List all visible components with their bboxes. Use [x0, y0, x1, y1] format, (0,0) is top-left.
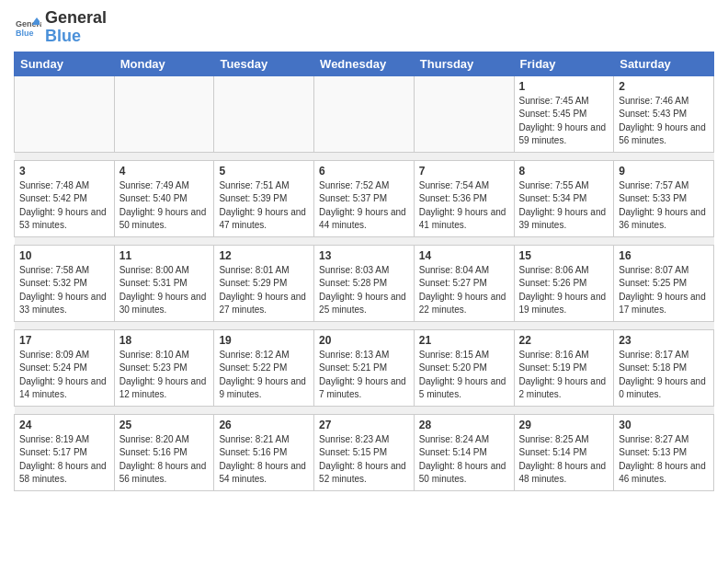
day-info: Sunrise: 8:09 AM Sunset: 5:24 PM Dayligh…	[19, 349, 109, 402]
week-spacer	[15, 406, 714, 414]
day-number: 24	[19, 419, 109, 431]
calendar-cell: 26Sunrise: 8:21 AM Sunset: 5:16 PM Dayli…	[214, 414, 314, 490]
day-number: 6	[319, 165, 409, 178]
day-info: Sunrise: 8:17 AM Sunset: 5:18 PM Dayligh…	[619, 349, 709, 402]
calendar-cell: 1Sunrise: 7:45 AM Sunset: 5:45 PM Daylig…	[514, 75, 614, 152]
calendar-cell: 18Sunrise: 8:10 AM Sunset: 5:23 PM Dayli…	[114, 329, 214, 406]
day-number: 22	[519, 334, 609, 347]
day-number: 14	[419, 249, 509, 262]
weekday-header-tuesday: Tuesday	[214, 52, 314, 75]
day-number: 11	[119, 249, 210, 262]
calendar-cell: 5Sunrise: 7:51 AM Sunset: 5:39 PM Daylig…	[214, 160, 314, 236]
logo: General Blue General Blue	[14, 9, 107, 46]
day-info: Sunrise: 8:21 AM Sunset: 5:16 PM Dayligh…	[219, 433, 309, 487]
day-info: Sunrise: 8:24 AM Sunset: 5:14 PM Dayligh…	[419, 433, 509, 487]
day-number: 5	[219, 165, 309, 178]
week-row-0: 1Sunrise: 7:45 AM Sunset: 5:45 PM Daylig…	[15, 75, 714, 152]
day-info: Sunrise: 7:52 AM Sunset: 5:37 PM Dayligh…	[319, 179, 409, 233]
calendar-cell: 11Sunrise: 8:00 AM Sunset: 5:31 PM Dayli…	[114, 245, 214, 321]
svg-text:Blue: Blue	[16, 29, 34, 38]
weekday-header-saturday: Saturday	[614, 52, 714, 75]
day-number: 29	[519, 419, 609, 431]
week-spacer	[15, 236, 714, 245]
day-number: 25	[119, 419, 210, 431]
day-info: Sunrise: 8:03 AM Sunset: 5:28 PM Dayligh…	[319, 264, 409, 317]
day-info: Sunrise: 8:13 AM Sunset: 5:21 PM Dayligh…	[319, 349, 409, 402]
calendar-table: SundayMondayTuesdayWednesdayThursdayFrid…	[14, 52, 714, 491]
day-info: Sunrise: 7:58 AM Sunset: 5:32 PM Dayligh…	[19, 264, 109, 317]
calendar-cell: 12Sunrise: 8:01 AM Sunset: 5:29 PM Dayli…	[214, 245, 314, 321]
day-info: Sunrise: 7:51 AM Sunset: 5:39 PM Dayligh…	[219, 179, 309, 233]
day-info: Sunrise: 7:55 AM Sunset: 5:34 PM Dayligh…	[519, 179, 609, 233]
day-number: 26	[219, 419, 309, 431]
calendar-cell: 9Sunrise: 7:57 AM Sunset: 5:33 PM Daylig…	[614, 160, 714, 236]
day-number: 7	[419, 165, 509, 178]
day-number: 10	[19, 249, 109, 262]
calendar-cell: 16Sunrise: 8:07 AM Sunset: 5:25 PM Dayli…	[614, 245, 714, 321]
day-info: Sunrise: 8:15 AM Sunset: 5:20 PM Dayligh…	[419, 349, 509, 402]
day-number: 9	[619, 165, 709, 178]
weekday-header-wednesday: Wednesday	[314, 52, 415, 75]
calendar-cell: 22Sunrise: 8:16 AM Sunset: 5:19 PM Dayli…	[514, 329, 614, 406]
day-number: 18	[119, 334, 210, 347]
calendar-cell: 13Sunrise: 8:03 AM Sunset: 5:28 PM Dayli…	[314, 245, 415, 321]
calendar-cell	[314, 75, 415, 152]
day-info: Sunrise: 7:45 AM Sunset: 5:45 PM Dayligh…	[519, 95, 609, 148]
calendar-cell: 8Sunrise: 7:55 AM Sunset: 5:34 PM Daylig…	[514, 160, 614, 236]
calendar-cell: 25Sunrise: 8:20 AM Sunset: 5:16 PM Dayli…	[114, 414, 214, 490]
day-number: 30	[619, 419, 709, 431]
week-row-3: 17Sunrise: 8:09 AM Sunset: 5:24 PM Dayli…	[15, 329, 714, 406]
calendar-cell	[214, 75, 314, 152]
day-info: Sunrise: 8:27 AM Sunset: 5:13 PM Dayligh…	[619, 433, 709, 487]
day-info: Sunrise: 8:01 AM Sunset: 5:29 PM Dayligh…	[219, 264, 309, 317]
day-number: 8	[519, 165, 609, 178]
calendar-cell: 23Sunrise: 8:17 AM Sunset: 5:18 PM Dayli…	[614, 329, 714, 406]
day-info: Sunrise: 8:07 AM Sunset: 5:25 PM Dayligh…	[619, 264, 709, 317]
day-number: 21	[419, 334, 509, 347]
day-number: 15	[519, 249, 609, 262]
week-spacer	[15, 321, 714, 329]
calendar-cell: 30Sunrise: 8:27 AM Sunset: 5:13 PM Dayli…	[614, 414, 714, 490]
calendar-cell: 24Sunrise: 8:19 AM Sunset: 5:17 PM Dayli…	[15, 414, 115, 490]
page: General Blue General Blue SundayMondayTu…	[0, 0, 728, 500]
header: General Blue General Blue	[14, 9, 714, 46]
day-number: 17	[19, 334, 109, 347]
day-info: Sunrise: 7:49 AM Sunset: 5:40 PM Dayligh…	[119, 179, 210, 233]
calendar-cell: 6Sunrise: 7:52 AM Sunset: 5:37 PM Daylig…	[314, 160, 415, 236]
calendar-cell: 15Sunrise: 8:06 AM Sunset: 5:26 PM Dayli…	[514, 245, 614, 321]
logo-text: General Blue	[45, 9, 107, 46]
calendar-cell	[414, 75, 514, 152]
calendar-cell: 29Sunrise: 8:25 AM Sunset: 5:14 PM Dayli…	[514, 414, 614, 490]
calendar-cell	[15, 75, 115, 152]
day-number: 19	[219, 334, 309, 347]
day-number: 12	[219, 249, 309, 262]
day-info: Sunrise: 8:19 AM Sunset: 5:17 PM Dayligh…	[19, 433, 109, 487]
calendar-cell: 28Sunrise: 8:24 AM Sunset: 5:14 PM Dayli…	[414, 414, 514, 490]
calendar-cell: 2Sunrise: 7:46 AM Sunset: 5:43 PM Daylig…	[614, 75, 714, 152]
day-info: Sunrise: 8:25 AM Sunset: 5:14 PM Dayligh…	[519, 433, 609, 487]
day-number: 2	[619, 80, 709, 93]
day-info: Sunrise: 7:46 AM Sunset: 5:43 PM Dayligh…	[619, 95, 709, 148]
day-info: Sunrise: 7:48 AM Sunset: 5:42 PM Dayligh…	[19, 179, 109, 233]
weekday-header-thursday: Thursday	[414, 52, 514, 75]
weekday-header-friday: Friday	[514, 52, 614, 75]
day-info: Sunrise: 7:57 AM Sunset: 5:33 PM Dayligh…	[619, 179, 709, 233]
calendar-cell: 21Sunrise: 8:15 AM Sunset: 5:20 PM Dayli…	[414, 329, 514, 406]
day-number: 27	[319, 419, 409, 431]
calendar-cell: 27Sunrise: 8:23 AM Sunset: 5:15 PM Dayli…	[314, 414, 415, 490]
day-info: Sunrise: 8:00 AM Sunset: 5:31 PM Dayligh…	[119, 264, 210, 317]
weekday-header-row: SundayMondayTuesdayWednesdayThursdayFrid…	[15, 52, 714, 75]
day-info: Sunrise: 8:23 AM Sunset: 5:15 PM Dayligh…	[319, 433, 409, 487]
day-info: Sunrise: 7:54 AM Sunset: 5:36 PM Dayligh…	[419, 179, 509, 233]
day-number: 16	[619, 249, 709, 262]
day-info: Sunrise: 8:04 AM Sunset: 5:27 PM Dayligh…	[419, 264, 509, 317]
day-number: 23	[619, 334, 709, 347]
calendar-cell: 19Sunrise: 8:12 AM Sunset: 5:22 PM Dayli…	[214, 329, 314, 406]
day-number: 13	[319, 249, 409, 262]
calendar-cell: 3Sunrise: 7:48 AM Sunset: 5:42 PM Daylig…	[15, 160, 115, 236]
calendar-cell: 20Sunrise: 8:13 AM Sunset: 5:21 PM Dayli…	[314, 329, 415, 406]
day-info: Sunrise: 8:16 AM Sunset: 5:19 PM Dayligh…	[519, 349, 609, 402]
weekday-header-monday: Monday	[114, 52, 214, 75]
logo-icon: General Blue	[14, 14, 41, 41]
day-number: 1	[519, 80, 609, 93]
